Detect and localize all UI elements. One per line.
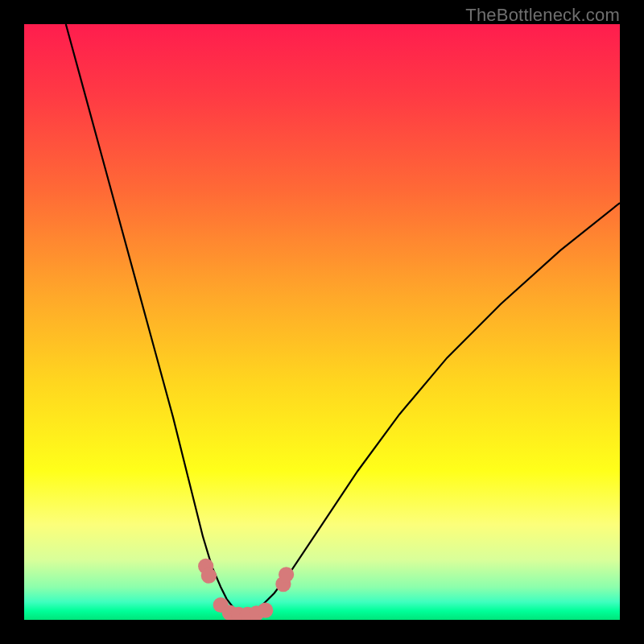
plot-area xyxy=(24,24,620,620)
markers-group xyxy=(198,559,294,620)
data-marker xyxy=(201,568,217,584)
data-marker xyxy=(258,603,273,618)
chart-svg xyxy=(24,24,620,620)
outer-frame: TheBottleneck.com xyxy=(0,0,644,644)
data-marker xyxy=(279,567,294,582)
curve-left-curve xyxy=(66,24,245,615)
series-group xyxy=(66,24,620,615)
curve-right-curve xyxy=(245,203,620,615)
watermark-text: TheBottleneck.com xyxy=(465,5,620,26)
